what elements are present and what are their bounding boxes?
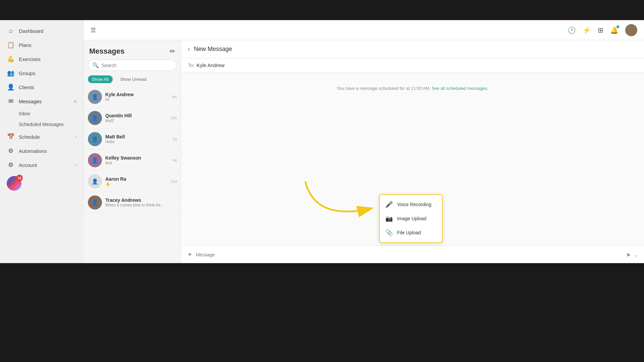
attachment-popup-menu: 🎤 Voice Recording 📷 Image Upload 📎 File … (379, 194, 443, 243)
chat-area: ‹ New Message To: Kyle Andrew You have a… (181, 40, 644, 263)
send-button[interactable]: ➤ (626, 251, 631, 258)
msg-preview: Hello (105, 139, 169, 144)
message-item-kelley[interactable]: 👤 Kelley Swanson test 4d (84, 150, 181, 171)
msg-preview: When it comes time to think thr... (105, 203, 173, 207)
avatar-tracey: 👤 (88, 195, 102, 209)
show-all-button[interactable]: Show All (88, 75, 113, 83)
clock-icon[interactable]: 🕐 (568, 26, 576, 34)
image-upload-item[interactable]: 📷 Image Upload (380, 212, 442, 226)
notification-dot (616, 25, 619, 28)
avatar-matt: 👤 (88, 132, 102, 146)
schedule-icon: 📅 (7, 133, 15, 140)
sidebar-item-exercises[interactable]: 💪 Exercises (0, 52, 84, 66)
sidebar-item-label: Dashboard (19, 28, 43, 34)
back-button[interactable]: ‹ (188, 46, 190, 53)
msg-preview: test2 (105, 118, 167, 123)
sidebar-item-schedule[interactable]: 📅 Schedule › (0, 130, 84, 144)
msg-name: Quentin Hill (105, 113, 167, 118)
chat-input-area: + ➤ ⌄ (181, 246, 644, 263)
scheduled-message: You have a message scheduled for at 11:0… (188, 86, 637, 91)
bell-icon[interactable]: 🔔 (610, 26, 619, 34)
home-icon: ⌂ (7, 27, 15, 35)
msg-info-kyle: Kyle Andrew Hi (105, 92, 168, 102)
msg-info-matt: Matt Bell Hello (105, 134, 169, 144)
sidebar-item-plans[interactable]: 📋 Plans (0, 38, 84, 52)
automations-icon: ⚙ (7, 147, 15, 155)
voice-recording-item[interactable]: 🎤 Voice Recording (380, 197, 442, 212)
voice-recording-label: Voice Recording (397, 202, 431, 207)
sidebar-item-label: Groups (19, 70, 35, 76)
exercises-icon: 💪 (7, 55, 15, 63)
badge-container: 14 (7, 176, 21, 191)
avatar-quentin: 👤 (88, 111, 102, 125)
sidebar-item-clients[interactable]: 👤 Clients (0, 80, 84, 94)
show-unread-button[interactable]: Show Unread (116, 75, 151, 83)
msg-info-quentin: Quentin Hill test2 (105, 113, 167, 123)
sidebar-item-dashboard[interactable]: ⌂ Dashboard (0, 24, 84, 38)
file-upload-label: File Upload (397, 230, 421, 235)
add-attachment-button[interactable]: + (186, 249, 193, 260)
message-item-aaron[interactable]: 👤 Aaron Ra 👆 21d (84, 171, 181, 192)
sidebar-item-label: Account (19, 162, 37, 168)
image-upload-label: Image Upload (397, 216, 426, 221)
avatar-aaron: 👤 (88, 174, 102, 188)
message-item-matt[interactable]: 👤 Matt Bell Hello 2d (84, 129, 181, 150)
msg-name: Aaron Ra (105, 176, 167, 182)
sidebar-item-account[interactable]: ⚙ Account › (0, 158, 84, 172)
search-icon: 🔍 (92, 62, 99, 68)
chat-header: ‹ New Message (181, 40, 644, 58)
file-upload-item[interactable]: 📎 File Upload (380, 226, 442, 240)
panels-area: Messages ✏ 🔍 Show All Show Unread 👤 Kyle… (84, 40, 644, 263)
msg-info-tracey: Tracey Andrews When it comes time to thi… (105, 197, 173, 207)
grid-icon[interactable]: ⊞ (598, 26, 603, 34)
sidebar-item-groups[interactable]: 👥 Groups (0, 66, 84, 80)
msg-name: Kelley Swanson (105, 155, 169, 161)
sidebar-item-scheduled[interactable]: Scheduled Messages (0, 119, 84, 130)
messages-title: Messages (89, 47, 124, 56)
sidebar-item-messages[interactable]: ✉ Messages ∨ (0, 94, 84, 108)
avatar-kyle: 👤 (88, 90, 102, 104)
msg-info-kelley: Kelley Swanson test (105, 155, 169, 165)
msg-name: Tracey Andrews (105, 197, 173, 203)
account-icon: ⚙ (7, 161, 15, 169)
msg-preview: Hi (105, 97, 168, 102)
sidebar-item-label: Schedule (19, 134, 40, 140)
sidebar-item-inbox[interactable]: Inbox (0, 108, 84, 119)
search-input[interactable] (102, 63, 172, 68)
messages-panel: Messages ✏ 🔍 Show All Show Unread 👤 Kyle… (84, 40, 181, 263)
compose-button[interactable]: ✏ (170, 47, 175, 55)
paperclip-icon: 📎 (385, 229, 393, 236)
msg-preview: test (105, 161, 169, 165)
sidebar-item-label: Automations (19, 148, 47, 154)
msg-info-aaron: Aaron Ra 👆 (105, 176, 167, 186)
schedule-button[interactable]: ⌄ (634, 251, 639, 258)
msg-name: Matt Bell (105, 134, 169, 139)
to-label: To: (188, 62, 195, 68)
app-badge-area[interactable]: 14 (0, 172, 84, 195)
message-item-tracey[interactable]: 👤 Tracey Andrews When it comes time to t… (84, 192, 181, 213)
app-header: ☰ 🕐 ⚡ ⊞ 🔔 (84, 20, 644, 40)
scheduled-text: You have a message scheduled for at 11:0… (337, 86, 432, 91)
groups-icon: 👥 (7, 69, 15, 77)
sidebar-item-label: Messages (19, 99, 42, 104)
camera-icon: 📷 (385, 215, 393, 222)
sidebar-item-label: Exercises (19, 56, 41, 62)
sidebar-item-automations[interactable]: ⚙ Automations (0, 144, 84, 158)
to-field: To: Kyle Andrew (181, 58, 644, 72)
message-item-kyle[interactable]: 👤 Kyle Andrew Hi 3m (84, 86, 181, 108)
notification-badge: 14 (16, 175, 23, 181)
chevron-right-icon: › (75, 134, 77, 139)
msg-name: Kyle Andrew (105, 92, 168, 97)
scheduled-link[interactable]: See all scheduled messages. (432, 86, 488, 91)
chevron-down-icon: ∨ (74, 99, 77, 104)
message-item-quentin[interactable]: 👤 Quentin Hill test2 21h (84, 108, 181, 129)
message-input[interactable] (196, 252, 623, 257)
user-avatar[interactable] (625, 24, 637, 36)
message-list: 👤 Kyle Andrew Hi 3m 👤 Quentin Hill test2 (84, 86, 181, 263)
to-name: Kyle Andrew (197, 62, 224, 68)
sidebar-sub-label: Inbox (19, 111, 30, 116)
msg-time: 3m (172, 95, 177, 99)
chat-title: New Message (194, 46, 232, 53)
bolt-icon[interactable]: ⚡ (583, 26, 591, 34)
hamburger-button[interactable]: ☰ (91, 26, 96, 34)
